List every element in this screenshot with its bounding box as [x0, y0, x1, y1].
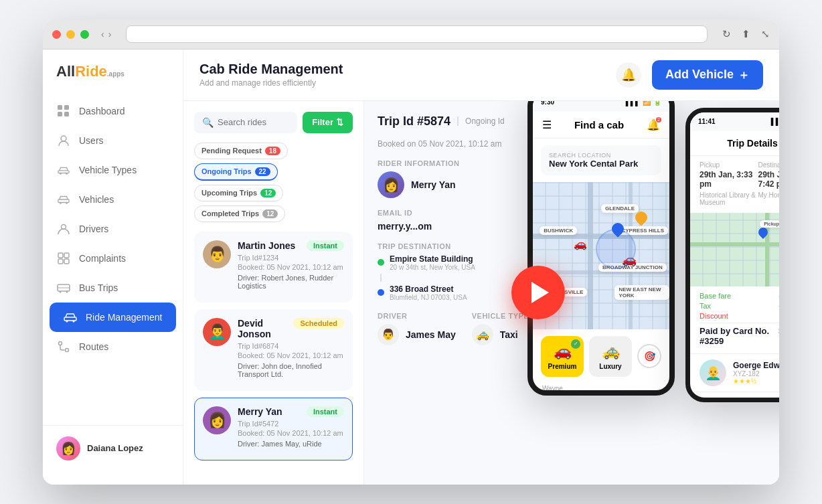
maximize-button[interactable]	[80, 30, 89, 39]
ride-type-0: Instant	[307, 240, 344, 251]
filter-button[interactable]: Filter ⇅	[303, 112, 353, 133]
tab-upcoming-count: 12	[260, 189, 276, 197]
svg-rect-0	[58, 105, 62, 110]
vehicle-label-luxury: Luxury	[594, 363, 627, 370]
sidebar-nav-bus-trips[interactable]: Bus Trips	[43, 273, 183, 303]
notification-button[interactable]: 🔔	[616, 62, 641, 88]
stat-time: 1hr 36min Travel time	[755, 396, 779, 402]
destinations-label: Trip Destination	[378, 242, 766, 250]
sidebar-nav-users[interactable]: Users	[43, 126, 183, 155]
dashboard-icon	[56, 104, 71, 118]
dest-to-name: 336 Broad Street	[390, 284, 467, 294]
rider-avatar-0: 👨	[203, 240, 231, 268]
users-icon	[56, 133, 71, 148]
minimize-button[interactable]	[66, 30, 75, 39]
fullscreen-icon[interactable]: ⤡	[761, 28, 770, 40]
tab-upcoming-label: Upcoming Trips	[201, 189, 257, 197]
sidebar: AllRide.apps Dashboard Users Vehicl	[43, 50, 183, 485]
nav-label-vehicles: Vehicles	[79, 194, 114, 205]
svg-rect-13	[64, 253, 69, 258]
sidebar-nav-vehicle-types[interactable]: Vehicle Types	[43, 155, 183, 185]
svg-rect-12	[58, 253, 63, 258]
dest-to: 336 Broad Street Blumfield, NJ 07003, US…	[378, 284, 766, 301]
tab-upcoming[interactable]: Upcoming Trips 12	[194, 185, 283, 201]
trip-id-2: Trip Id#5472	[238, 420, 344, 428]
add-vehicle-button[interactable]: Add Vehicle ＋	[652, 60, 763, 90]
reload-icon[interactable]: ↻	[722, 28, 731, 40]
ride-card-0[interactable]: 👨 Martin Jones Instant Trip Id#1234 Book…	[194, 232, 353, 303]
stat-distance: 2.7km Distance	[700, 396, 750, 402]
main-header: Cab Ride Management Add and manage rides…	[183, 50, 779, 101]
filter-icon: ⇅	[336, 117, 343, 127]
url-bar[interactable]	[126, 25, 708, 43]
ride-type-2: Instant	[307, 406, 344, 417]
tab-completed[interactable]: Completed Trips 12	[194, 205, 285, 222]
trip-booked: Booked on 05 Nov 2021, 10:12 am	[378, 139, 766, 149]
sidebar-nav-ride-management[interactable]: Ride Management	[50, 303, 176, 332]
vehicle-label-premium: Premium	[546, 363, 578, 370]
price-tax-val: +$02.00	[778, 302, 779, 310]
ride-card-1[interactable]: 👨‍🦱 Devid Jonson Scheduled Trip Id#6874 …	[194, 309, 353, 391]
stat-distance-val: 2.7km	[700, 396, 750, 402]
signal-icon: ▌▌▌	[626, 101, 640, 106]
phone1-time: 9:30	[541, 101, 554, 106]
destinations-section: Trip Destination Empire State Building 2…	[378, 242, 766, 301]
filter-label: Filter	[312, 117, 333, 127]
content-area: 🔍 Filter ⇅ Pending Request 18	[183, 101, 779, 485]
svg-point-22	[73, 320, 75, 322]
rider-name-0: Martin Jones	[238, 240, 295, 251]
forward-icon[interactable]: ›	[108, 29, 112, 39]
driver-section: Driver 👨 James May	[378, 312, 456, 345]
header-title: Cab Ride Management Add and manage rides…	[199, 62, 343, 88]
search-icon: 🔍	[202, 117, 214, 128]
dest-from-name: Empire State Building	[390, 254, 475, 264]
svg-rect-14	[58, 259, 63, 264]
svg-rect-20	[64, 317, 76, 321]
rider-info-section: Rider Information 👩 Merry Yan	[378, 159, 766, 198]
price-tax: Tax +$02.00	[700, 302, 779, 310]
phone1-search-label: SEARCH LOCATION	[549, 152, 653, 159]
tab-completed-count: 12	[262, 209, 278, 218]
vehicles-icon	[56, 192, 71, 207]
share-icon[interactable]: ⬆	[742, 28, 750, 40]
header-actions: 🔔 Add Vehicle ＋	[616, 60, 763, 90]
back-icon[interactable]: ‹	[101, 29, 104, 39]
svg-rect-3	[64, 112, 69, 116]
search-input[interactable]	[218, 117, 289, 127]
search-input-wrap[interactable]: 🔍	[194, 112, 297, 133]
nav-label-dashboard: Dashboard	[79, 106, 125, 116]
sidebar-nav-dashboard[interactable]: Dashboard	[43, 96, 183, 126]
nav-label-bus-trips: Bus Trips	[79, 282, 118, 293]
close-button[interactable]	[52, 30, 61, 39]
mac-window: ‹ › ↻ ⬆ ⤡ AllRide.apps Dashboard	[43, 20, 779, 485]
sidebar-nav-vehicles[interactable]: Vehicles	[43, 185, 183, 214]
sidebar-nav-complaints[interactable]: Complaints	[43, 244, 183, 273]
ride-driver-0: Driver: Robert Jones, Rudder Logistics	[238, 274, 344, 290]
sidebar-nav-routes[interactable]: Routes	[43, 332, 183, 361]
wifi-icon: 📶	[643, 101, 651, 106]
rider-info-avatar: 👩	[378, 171, 404, 198]
map-road-1	[533, 234, 669, 239]
ride-date-0: Booked: 05 Nov 2021, 10:12 am	[238, 263, 344, 271]
price-tax-label: Tax	[700, 302, 711, 310]
play-button[interactable]	[511, 266, 565, 319]
sidebar-nav-drivers[interactable]: Drivers	[43, 214, 183, 244]
rider-name-detail: Merry Yan	[411, 179, 456, 190]
tab-ongoing[interactable]: Ongoing Trips 22	[194, 163, 278, 181]
app-container: AllRide.apps Dashboard Users Vehicl	[43, 50, 779, 485]
ride-driver-2: Driver: James May, uRide	[238, 440, 344, 448]
svg-point-4	[61, 136, 66, 141]
svg-point-23	[59, 341, 62, 345]
rider-info-label: Rider Information	[378, 159, 766, 167]
svg-rect-5	[58, 170, 69, 173]
locate-cab-button[interactable]: LOCATE CAB	[541, 394, 661, 396]
svg-point-19	[66, 290, 68, 292]
svg-rect-2	[58, 112, 62, 116]
nav-label-vehicle-types: Vehicle Types	[79, 165, 137, 175]
tab-filters: Pending Request 18 Ongoing Trips 22 Upco…	[194, 143, 353, 222]
tab-completed-label: Completed Trips	[201, 209, 259, 218]
tab-pending[interactable]: Pending Request 18	[194, 143, 288, 159]
ride-card-2[interactable]: 👩 Merry Yan Instant Trip Id#5472 Booked:…	[194, 398, 353, 460]
price-total-val: $36.68	[778, 326, 779, 346]
tab-pending-count: 18	[265, 147, 280, 155]
